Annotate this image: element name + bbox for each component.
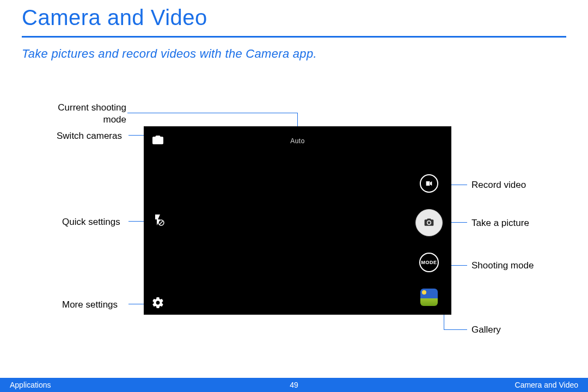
svg-line-1 [160,221,163,224]
callout-take-picture: Take a picture [471,218,529,229]
settings-gear-icon[interactable] [151,296,164,309]
leader-current-mode-h [127,113,297,113]
camera-diagram: Current shooting mode Switch cameras Qui… [0,0,588,392]
switch-camera-icon[interactable] [151,134,164,147]
mode-button-text: MODE [421,260,437,265]
camera-right-controls: MODE [415,174,443,306]
footer-right: Camera and Video [515,381,578,389]
callout-gallery: Gallery [471,324,501,335]
callout-quick-settings: Quick settings [62,217,120,228]
gallery-thumbnail[interactable] [420,289,438,306]
footer-left: Applications [10,381,51,389]
shooting-mode-button[interactable]: MODE [419,253,439,272]
page-footer: Applications 49 Camera and Video [0,378,588,392]
callout-current-mode: Current shooting mode [45,102,126,126]
callout-more-settings: More settings [62,299,118,310]
take-picture-button[interactable] [415,209,443,236]
flash-off-icon[interactable] [151,213,164,226]
current-shooting-mode-label: Auto [290,137,305,145]
footer-page-number: 49 [290,381,298,389]
record-video-button[interactable] [420,174,438,193]
callout-switch-cameras: Switch cameras [57,131,122,142]
camera-app-screenshot: Auto MODE [144,126,451,315]
callout-current-mode-text: Current shooting mode [58,102,126,125]
callout-shooting-mode: Shooting mode [471,260,534,271]
callout-record-video: Record video [471,180,526,191]
leader-gallery-h [444,329,467,330]
